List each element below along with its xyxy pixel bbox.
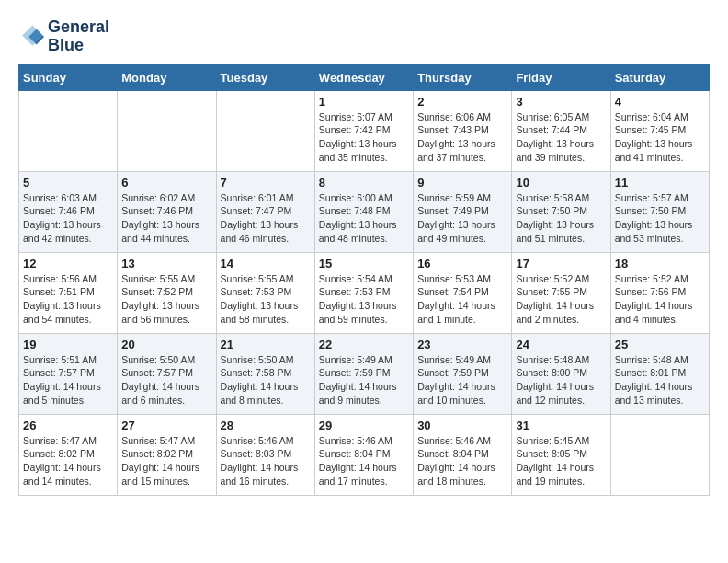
day-info: Sunrise: 5:52 AM Sunset: 7:55 PM Dayligh… (516, 272, 606, 327)
calendar-cell (118, 90, 216, 171)
day-info: Sunrise: 5:46 AM Sunset: 8:04 PM Dayligh… (417, 434, 507, 488)
calendar-cell: 16Sunrise: 5:53 AM Sunset: 7:54 PM Dayli… (414, 252, 512, 333)
day-info: Sunrise: 5:48 AM Sunset: 8:01 PM Dayligh… (615, 353, 705, 408)
calendar-cell: 14Sunrise: 5:55 AM Sunset: 7:53 PM Dayli… (216, 252, 314, 333)
calendar-cell: 26Sunrise: 5:47 AM Sunset: 8:02 PM Dayli… (19, 414, 118, 495)
day-info: Sunrise: 5:50 AM Sunset: 7:57 PM Dayligh… (121, 353, 211, 408)
day-info: Sunrise: 5:53 AM Sunset: 7:54 PM Dayligh… (417, 272, 507, 327)
logo-icon (18, 24, 44, 50)
day-number: 19 (23, 338, 113, 351)
day-number: 26 (23, 419, 113, 432)
day-number: 15 (319, 257, 409, 270)
day-info: Sunrise: 5:54 AM Sunset: 7:53 PM Dayligh… (319, 272, 409, 327)
day-number: 28 (221, 419, 311, 432)
logo-text: General Blue (48, 18, 109, 55)
day-info: Sunrise: 5:58 AM Sunset: 7:50 PM Dayligh… (516, 191, 606, 246)
day-info: Sunrise: 5:48 AM Sunset: 8:00 PM Dayligh… (516, 353, 606, 408)
calendar-cell (610, 414, 709, 495)
calendar-cell: 18Sunrise: 5:52 AM Sunset: 7:56 PM Dayli… (610, 252, 709, 333)
calendar-cell: 15Sunrise: 5:54 AM Sunset: 7:53 PM Dayli… (314, 252, 413, 333)
calendar-cell: 23Sunrise: 5:49 AM Sunset: 7:59 PM Dayli… (414, 333, 512, 414)
day-number: 18 (615, 257, 705, 270)
calendar-cell: 22Sunrise: 5:49 AM Sunset: 7:59 PM Dayli… (314, 333, 413, 414)
day-number: 21 (221, 338, 311, 351)
calendar-cell: 31Sunrise: 5:45 AM Sunset: 8:05 PM Dayli… (512, 414, 610, 495)
calendar-cell: 27Sunrise: 5:47 AM Sunset: 8:02 PM Dayli… (118, 414, 216, 495)
day-number: 24 (516, 338, 606, 351)
calendar-cell: 7Sunrise: 6:01 AM Sunset: 7:47 PM Daylig… (216, 171, 314, 252)
day-number: 17 (516, 257, 606, 270)
day-info: Sunrise: 6:05 AM Sunset: 7:44 PM Dayligh… (516, 110, 606, 165)
calendar-cell: 8Sunrise: 6:00 AM Sunset: 7:48 PM Daylig… (314, 171, 413, 252)
calendar-cell: 10Sunrise: 5:58 AM Sunset: 7:50 PM Dayli… (512, 171, 610, 252)
day-number: 23 (417, 338, 507, 351)
day-header-tuesday: Tuesday (216, 64, 314, 90)
day-number: 31 (516, 419, 606, 432)
day-info: Sunrise: 5:47 AM Sunset: 8:02 PM Dayligh… (23, 434, 113, 488)
day-header-friday: Friday (512, 64, 610, 90)
day-info: Sunrise: 5:46 AM Sunset: 8:04 PM Dayligh… (319, 434, 409, 488)
calendar-cell: 1Sunrise: 6:07 AM Sunset: 7:42 PM Daylig… (314, 90, 413, 171)
calendar-cell: 11Sunrise: 5:57 AM Sunset: 7:50 PM Dayli… (610, 171, 709, 252)
day-number: 3 (516, 95, 606, 109)
day-info: Sunrise: 6:04 AM Sunset: 7:45 PM Dayligh… (615, 110, 705, 165)
day-info: Sunrise: 5:55 AM Sunset: 7:52 PM Dayligh… (121, 272, 211, 327)
day-number: 20 (121, 338, 211, 351)
calendar-cell: 12Sunrise: 5:56 AM Sunset: 7:51 PM Dayli… (19, 252, 118, 333)
day-number: 25 (615, 338, 705, 351)
day-number: 8 (319, 176, 409, 190)
calendar-cell: 30Sunrise: 5:46 AM Sunset: 8:04 PM Dayli… (414, 414, 512, 495)
day-number: 7 (221, 176, 311, 190)
calendar-cell: 21Sunrise: 5:50 AM Sunset: 7:58 PM Dayli… (216, 333, 314, 414)
calendar-cell: 28Sunrise: 5:46 AM Sunset: 8:03 PM Dayli… (216, 414, 314, 495)
day-info: Sunrise: 5:49 AM Sunset: 7:59 PM Dayligh… (417, 353, 507, 408)
page-header: General Blue (18, 18, 710, 55)
day-header-sunday: Sunday (19, 64, 118, 90)
day-number: 1 (319, 95, 409, 109)
day-number: 9 (417, 176, 507, 190)
day-number: 27 (121, 419, 211, 432)
day-info: Sunrise: 5:49 AM Sunset: 7:59 PM Dayligh… (319, 353, 409, 408)
logo: General Blue (18, 18, 109, 55)
day-info: Sunrise: 5:51 AM Sunset: 7:57 PM Dayligh… (23, 353, 113, 408)
day-info: Sunrise: 6:01 AM Sunset: 7:47 PM Dayligh… (221, 191, 311, 246)
day-number: 16 (417, 257, 507, 270)
calendar-cell: 3Sunrise: 6:05 AM Sunset: 7:44 PM Daylig… (512, 90, 610, 171)
day-number: 13 (121, 257, 211, 270)
calendar-cell: 9Sunrise: 5:59 AM Sunset: 7:49 PM Daylig… (414, 171, 512, 252)
day-number: 4 (615, 95, 705, 109)
calendar-cell: 19Sunrise: 5:51 AM Sunset: 7:57 PM Dayli… (19, 333, 118, 414)
day-info: Sunrise: 6:00 AM Sunset: 7:48 PM Dayligh… (319, 191, 409, 246)
day-header-saturday: Saturday (610, 64, 709, 90)
day-info: Sunrise: 5:55 AM Sunset: 7:53 PM Dayligh… (221, 272, 311, 327)
day-info: Sunrise: 5:50 AM Sunset: 7:58 PM Dayligh… (221, 353, 311, 408)
day-info: Sunrise: 5:56 AM Sunset: 7:51 PM Dayligh… (23, 272, 113, 327)
day-number: 12 (23, 257, 113, 270)
day-info: Sunrise: 6:06 AM Sunset: 7:43 PM Dayligh… (417, 110, 507, 165)
day-number: 29 (319, 419, 409, 432)
day-header-monday: Monday (118, 64, 216, 90)
day-number: 22 (319, 338, 409, 351)
day-number: 5 (23, 176, 113, 190)
day-number: 6 (121, 176, 211, 190)
calendar-cell: 25Sunrise: 5:48 AM Sunset: 8:01 PM Dayli… (610, 333, 709, 414)
calendar-cell: 29Sunrise: 5:46 AM Sunset: 8:04 PM Dayli… (314, 414, 413, 495)
calendar-cell: 4Sunrise: 6:04 AM Sunset: 7:45 PM Daylig… (610, 90, 709, 171)
calendar-cell: 20Sunrise: 5:50 AM Sunset: 7:57 PM Dayli… (118, 333, 216, 414)
day-info: Sunrise: 5:47 AM Sunset: 8:02 PM Dayligh… (121, 434, 211, 488)
day-info: Sunrise: 5:59 AM Sunset: 7:49 PM Dayligh… (417, 191, 507, 246)
calendar-cell: 2Sunrise: 6:06 AM Sunset: 7:43 PM Daylig… (414, 90, 512, 171)
calendar-table: SundayMondayTuesdayWednesdayThursdayFrid… (18, 64, 710, 496)
day-info: Sunrise: 6:02 AM Sunset: 7:46 PM Dayligh… (121, 191, 211, 246)
day-info: Sunrise: 6:07 AM Sunset: 7:42 PM Dayligh… (319, 110, 409, 165)
day-info: Sunrise: 5:52 AM Sunset: 7:56 PM Dayligh… (615, 272, 705, 327)
calendar-cell: 17Sunrise: 5:52 AM Sunset: 7:55 PM Dayli… (512, 252, 610, 333)
day-info: Sunrise: 6:03 AM Sunset: 7:46 PM Dayligh… (23, 191, 113, 246)
day-info: Sunrise: 5:46 AM Sunset: 8:03 PM Dayligh… (221, 434, 311, 488)
day-header-wednesday: Wednesday (314, 64, 413, 90)
day-info: Sunrise: 5:57 AM Sunset: 7:50 PM Dayligh… (615, 191, 705, 246)
calendar-cell: 24Sunrise: 5:48 AM Sunset: 8:00 PM Dayli… (512, 333, 610, 414)
day-number: 30 (417, 419, 507, 432)
calendar-cell: 13Sunrise: 5:55 AM Sunset: 7:52 PM Dayli… (118, 252, 216, 333)
calendar-cell (19, 90, 118, 171)
